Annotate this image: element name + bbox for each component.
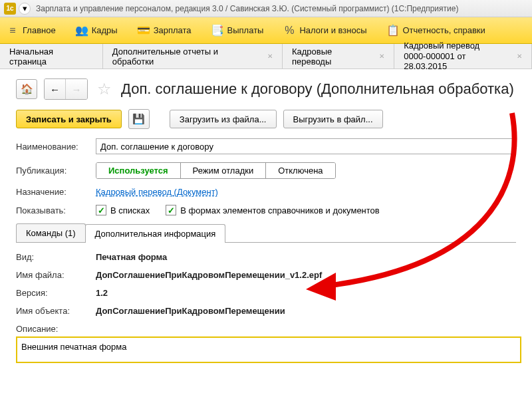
assignment-label: Назначение: bbox=[16, 187, 96, 197]
doc-icon: 📑 bbox=[211, 25, 223, 37]
nav-taxes[interactable]: %Налоги и взносы bbox=[283, 25, 366, 37]
menu-icon: ≡ bbox=[7, 25, 19, 37]
name-label: Наименование: bbox=[16, 142, 96, 152]
file-label: Имя файла: bbox=[16, 270, 96, 280]
info-panel: Вид:Печатная форма Имя файла:ДопСоглашен… bbox=[16, 243, 516, 367]
pub-debug[interactable]: Режим отладки bbox=[181, 163, 267, 178]
report-icon: 📋 bbox=[387, 25, 399, 37]
back-button[interactable]: ← bbox=[45, 79, 66, 99]
assignment-link[interactable]: Кадровый перевод (Документ) bbox=[96, 187, 218, 197]
version-label: Версия: bbox=[16, 288, 96, 298]
app-menu-dropdown[interactable]: ▾ bbox=[19, 3, 31, 15]
checkbox-lists[interactable]: ✓ bbox=[96, 205, 106, 215]
object-value: ДопСоглашениеПриКадровомПеремещении bbox=[96, 306, 285, 316]
tab-transfer-doc[interactable]: Кадровый перевод 0000-000001 от 28.03.20… bbox=[394, 44, 532, 68]
main-nav: ≡Главное 👥Кадры 💳Зарплата 📑Выплаты %Нало… bbox=[0, 17, 532, 44]
nav-staff[interactable]: 👥Кадры bbox=[76, 25, 118, 37]
save-close-button[interactable]: Записать и закрыть bbox=[16, 110, 122, 128]
description-input[interactable]: Внешния печатная форма bbox=[16, 336, 521, 363]
version-value: 1.2 bbox=[96, 288, 108, 298]
nav-salary[interactable]: 💳Зарплата bbox=[138, 25, 192, 37]
export-file-button[interactable]: Выгрузить в файл... bbox=[283, 110, 383, 128]
type-label: Вид: bbox=[16, 252, 96, 262]
tab-start-page[interactable]: Начальная страница bbox=[0, 44, 103, 68]
nav-reports[interactable]: 📋Отчетность, справки bbox=[387, 25, 485, 37]
pub-used[interactable]: Используется bbox=[96, 163, 181, 178]
tab-transfers[interactable]: Кадровые переводы✕ bbox=[283, 44, 394, 68]
people-icon: 👥 bbox=[76, 25, 88, 37]
close-icon[interactable]: ✕ bbox=[379, 53, 384, 60]
description-label: Описание: bbox=[16, 324, 96, 334]
save-button[interactable]: 💾 bbox=[128, 109, 150, 129]
inner-tabs: Команды (1) Дополнительная информация bbox=[16, 223, 516, 243]
app-icon: 1c bbox=[4, 3, 16, 15]
page-title: Доп. соглашение к договору (Дополнительн… bbox=[121, 80, 514, 98]
document-tabs: Начальная страница Дополнительные отчеты… bbox=[0, 44, 532, 69]
nav-main[interactable]: ≡Главное bbox=[7, 25, 56, 37]
show-forms-label: В формах элементов справочников и докуме… bbox=[180, 205, 379, 215]
window-titlebar: 1c ▾ Зарплата и управление персоналом, р… bbox=[0, 0, 532, 17]
window-title: Зарплата и управление персоналом, редакц… bbox=[36, 4, 458, 13]
name-input[interactable] bbox=[96, 138, 516, 154]
publication-toggle: Используется Режим отладки Отключена bbox=[96, 162, 336, 179]
home-button[interactable]: 🏠 bbox=[16, 79, 37, 99]
form: Наименование: Публикация: Используется Р… bbox=[0, 138, 532, 367]
show-label: Показывать: bbox=[16, 205, 96, 215]
show-lists-label: В списках bbox=[110, 205, 150, 215]
page-toolbar: 🏠 ← → ☆ Доп. соглашение к договору (Допо… bbox=[0, 69, 532, 106]
close-icon[interactable]: ✕ bbox=[517, 53, 522, 60]
forward-button[interactable]: → bbox=[66, 79, 87, 99]
pub-off[interactable]: Отключена bbox=[266, 163, 334, 178]
checkbox-forms[interactable]: ✓ bbox=[166, 205, 176, 215]
favorite-star-icon[interactable]: ☆ bbox=[97, 80, 112, 98]
publication-label: Публикация: bbox=[16, 166, 96, 176]
close-icon[interactable]: ✕ bbox=[267, 53, 273, 60]
tab-commands[interactable]: Команды (1) bbox=[16, 223, 86, 242]
action-buttons: Записать и закрыть 💾 Загрузить из файла.… bbox=[0, 106, 532, 138]
type-value: Печатная форма bbox=[96, 252, 167, 262]
card-icon: 💳 bbox=[138, 25, 150, 37]
nav-payments[interactable]: 📑Выплаты bbox=[211, 25, 264, 37]
percent-icon: % bbox=[283, 25, 295, 37]
nav-history: ← → bbox=[44, 78, 88, 100]
load-file-button[interactable]: Загрузить из файла... bbox=[170, 110, 277, 128]
tab-reports[interactable]: Дополнительные отчеты и обработки✕ bbox=[103, 44, 283, 68]
file-value: ДопСоглашениеПриКадровомПеремещении_v1.2… bbox=[96, 270, 322, 280]
tab-extra-info[interactable]: Дополнительная информация bbox=[85, 224, 226, 243]
object-label: Имя объекта: bbox=[16, 306, 96, 316]
